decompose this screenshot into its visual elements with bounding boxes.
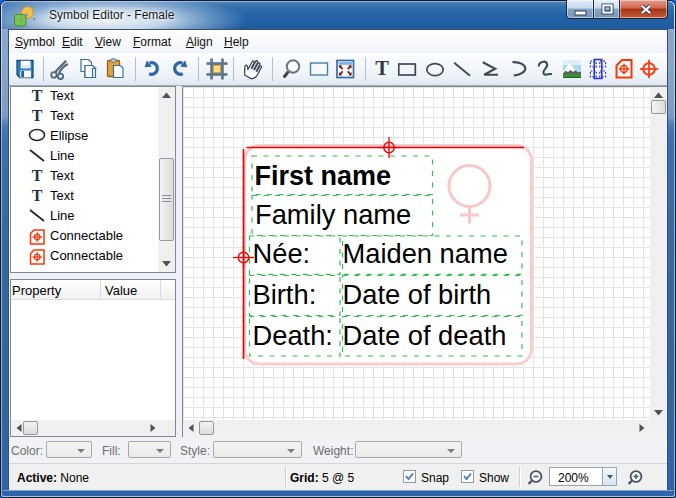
- svg-text:Née:: Née:: [253, 238, 311, 269]
- svg-text:Family name: Family name: [255, 199, 411, 230]
- svg-text:Line: Line: [50, 208, 75, 223]
- svg-text:Text: Text: [50, 108, 74, 123]
- svg-text:First name: First name: [255, 161, 392, 191]
- svg-text:T: T: [375, 57, 389, 79]
- svg-text:Connectable: Connectable: [50, 248, 123, 263]
- svg-text:Birth:: Birth:: [253, 279, 317, 310]
- svg-text:T: T: [32, 87, 43, 104]
- svg-text:Death:: Death:: [253, 320, 333, 351]
- svg-text:Text: Text: [50, 168, 74, 183]
- svg-text:Date of birth: Date of birth: [343, 279, 492, 310]
- svg-text:Text: Text: [50, 188, 74, 203]
- svg-text:Line: Line: [50, 148, 75, 163]
- svg-text:Ellipse: Ellipse: [50, 128, 88, 143]
- svg-text:T: T: [32, 167, 43, 184]
- svg-text:Connectable: Connectable: [50, 228, 123, 243]
- svg-text:T: T: [32, 187, 43, 204]
- svg-text:Date of death: Date of death: [343, 320, 507, 351]
- svg-text:Text: Text: [50, 88, 74, 103]
- svg-text:T: T: [32, 107, 43, 124]
- svg-text:Maiden name: Maiden name: [343, 238, 508, 269]
